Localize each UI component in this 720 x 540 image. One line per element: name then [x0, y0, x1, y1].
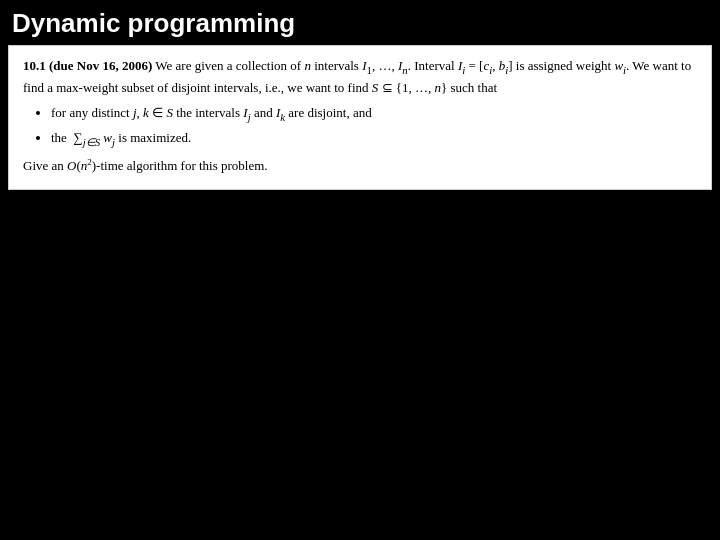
problem-number: 10.1 — [23, 58, 46, 73]
title-bar: Dynamic programming — [0, 0, 720, 45]
bullet-list: for any distinct j, k ∈ S the intervals … — [51, 103, 697, 151]
closing-line: Give an O(n2)-time algorithm for this pr… — [23, 156, 697, 176]
page-title: Dynamic programming — [12, 8, 708, 39]
content-box: 10.1 (due Nov 16, 2006) We are given a c… — [8, 45, 712, 190]
problem-statement: 10.1 (due Nov 16, 2006) We are given a c… — [23, 56, 697, 177]
problem-due: (due Nov 16, 2006) — [49, 58, 155, 73]
bullet-item-2: the ∑j∈S wj is maximized. — [51, 128, 697, 150]
bullet-item-1: for any distinct j, k ∈ S the intervals … — [51, 103, 697, 125]
